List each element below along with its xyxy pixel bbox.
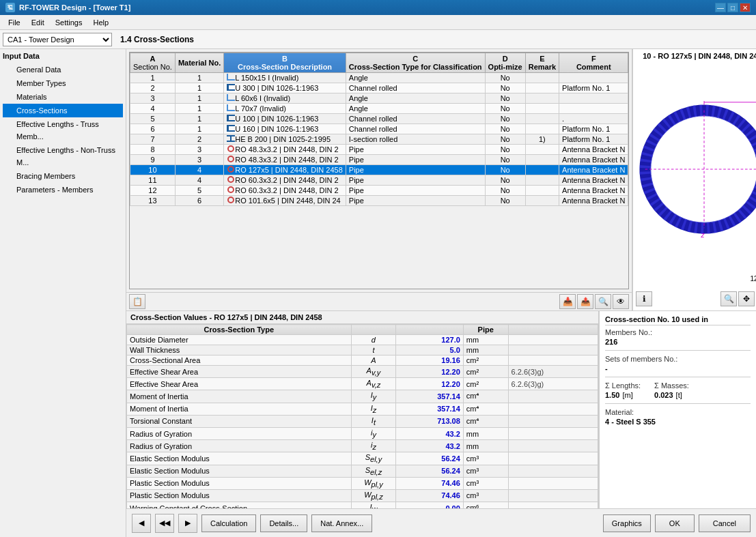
prop-name-cell: Moment of Inertia bbox=[127, 390, 352, 403]
prop-name-cell: Torsional Constant bbox=[127, 415, 352, 427]
menu-settings[interactable]: Settings bbox=[50, 17, 88, 28]
prop-name-cell: Outside Diameter bbox=[127, 335, 352, 345]
svg-point-15 bbox=[228, 146, 234, 151]
nav-first-button[interactable]: ◀◀ bbox=[155, 514, 174, 533]
cell-comment: Antenna Bracket N bbox=[559, 155, 628, 165]
col-header-e: ERemark bbox=[525, 53, 559, 73]
sidebar-item-cross-sections[interactable]: Cross-Sections bbox=[3, 104, 123, 117]
export-button[interactable]: 📤 bbox=[577, 294, 593, 309]
prop-unit-cell: cm³ bbox=[463, 489, 508, 502]
svg-marker-4 bbox=[227, 94, 235, 101]
svg-marker-0 bbox=[227, 74, 235, 81]
import-button[interactable]: 📥 bbox=[559, 294, 576, 309]
cell-desc: U 160 | DIN 1026-1:1963 bbox=[224, 124, 346, 134]
table-area: ASection No. Material No. BCross-Section… bbox=[126, 49, 632, 310]
cell-comment: Platform No. 1 bbox=[559, 83, 628, 93]
prop-symbol-cell: Iy bbox=[351, 390, 396, 403]
cell-secno: 6 bbox=[130, 124, 176, 134]
properties-panel: Cross-Section Values - RO 127x5 | DIN 24… bbox=[126, 311, 599, 508]
cell-remark bbox=[525, 104, 559, 114]
cell-optimize: No bbox=[485, 73, 525, 83]
prop-value-cell: 74.46 bbox=[396, 489, 464, 502]
menu-file[interactable]: File bbox=[3, 17, 26, 28]
view-button[interactable]: 👁 bbox=[613, 294, 629, 309]
cross-sections-table: ASection No. Material No. BCross-Section… bbox=[130, 53, 628, 206]
nav-next-button[interactable]: ▶ bbox=[178, 514, 197, 533]
prop-value-cell: 713.08 bbox=[396, 415, 464, 427]
cell-matno: 1 bbox=[175, 93, 223, 104]
table-row[interactable]: 8 3 RO 48.3x3.2 | DIN 2448, DIN 2 Pipe N… bbox=[130, 145, 628, 155]
menu-help[interactable]: Help bbox=[87, 17, 114, 28]
table-row[interactable]: 2 1 U 300 | DIN 1026-1:1963 Channel roll… bbox=[130, 83, 628, 93]
cs-pan-button[interactable]: ✥ bbox=[738, 291, 755, 306]
table-row[interactable]: 3 1 L 60x6 I (Invalid) Angle No bbox=[130, 93, 628, 104]
cell-type: Channel rolled bbox=[346, 83, 485, 93]
cell-desc: U 100 | DIN 1026-1:1963 bbox=[224, 114, 346, 124]
sums-section: Σ Lengths: 1.50 [m] Σ Masses: 0.023 [t] bbox=[605, 381, 751, 399]
cell-secno: 3 bbox=[130, 93, 176, 104]
cell-matno: 5 bbox=[175, 186, 223, 196]
cell-desc: L 70x7 (Invalid) bbox=[224, 104, 346, 114]
sidebar-item-member-types[interactable]: Member Types bbox=[3, 76, 123, 90]
info-divider-3 bbox=[605, 403, 751, 404]
filter-button[interactable]: 🔍 bbox=[595, 294, 611, 309]
info-divider-2 bbox=[605, 377, 751, 377]
svg-rect-13 bbox=[230, 136, 232, 141]
sidebar-item-eff-lengths-nontruss[interactable]: Effective Lengths - Non-Truss M... bbox=[3, 143, 123, 169]
props-row: Moment of Inertia Iy 357.14 cm⁴ bbox=[127, 390, 598, 403]
maximize-button[interactable]: □ bbox=[727, 3, 738, 12]
cell-secno: 11 bbox=[130, 175, 176, 186]
sidebar-item-eff-lengths-truss[interactable]: Effective Lengths - Truss Memb... bbox=[3, 117, 123, 143]
table-row[interactable]: 9 3 RO 48.3x3.2 | DIN 2448, DIN 2 Pipe N… bbox=[130, 155, 628, 165]
title-bar-controls[interactable]: — □ ✕ bbox=[715, 3, 751, 12]
sidebar-item-parameters[interactable]: Parameters - Members bbox=[3, 183, 123, 197]
table-container[interactable]: ASection No. Material No. BCross-Section… bbox=[129, 52, 629, 289]
table-row[interactable]: 1 1 L 150x15 I (Invalid) Angle No bbox=[130, 73, 628, 83]
masses-unit: [t] bbox=[676, 391, 682, 399]
cancel-button[interactable]: Cancel bbox=[699, 514, 751, 532]
cell-comment bbox=[559, 93, 628, 104]
close-button[interactable]: ✕ bbox=[740, 3, 751, 12]
table-row[interactable]: 13 6 RO 101.6x5 | DIN 2448, DIN 24 Pipe … bbox=[130, 196, 628, 206]
prop-value-cell: 56.24 bbox=[396, 465, 464, 477]
sets-value: - bbox=[605, 364, 751, 373]
properties-table-container[interactable]: Cross-Section TypePipe Outside Diameter … bbox=[126, 324, 598, 508]
table-row[interactable]: 11 4 RO 60.3x3.2 | DIN 2448, DIN 2 Pipe … bbox=[130, 175, 628, 186]
cs-info-button[interactable]: ℹ bbox=[636, 291, 652, 306]
table-row[interactable]: 7 2 HE B 200 | DIN 1025-2:1995 I-section… bbox=[130, 134, 628, 145]
section-icon bbox=[227, 74, 235, 82]
prop-note-cell bbox=[508, 415, 598, 427]
table-row[interactable]: 4 1 L 70x7 (Invalid) Angle No bbox=[130, 104, 628, 114]
menu-edit[interactable]: Edit bbox=[26, 17, 50, 28]
sidebar-item-materials[interactable]: Materials bbox=[3, 90, 123, 104]
table-row[interactable]: 10 4 RO 127x5 | DIN 2448, DIN 2458 Pipe … bbox=[130, 165, 628, 175]
project-select[interactable]: CA1 - Tower Design bbox=[3, 33, 112, 46]
cs-zoom-button[interactable]: 🔍 bbox=[720, 291, 737, 306]
details-button[interactable]: Details... bbox=[260, 514, 307, 532]
sidebar-item-bracing[interactable]: Bracing Members bbox=[3, 169, 123, 183]
props-header-row: Cross-Section TypePipe bbox=[127, 325, 598, 335]
prop-value-cell: 12.20 bbox=[396, 366, 464, 378]
cell-remark bbox=[525, 114, 559, 124]
minimize-button[interactable]: — bbox=[715, 3, 726, 12]
nav-prev-button[interactable]: ◀ bbox=[132, 514, 151, 533]
ok-button[interactable]: OK bbox=[655, 514, 695, 532]
bottom-bar: ◀ ◀◀ ▶ Calculation Details... Nat. Annex… bbox=[126, 508, 756, 537]
cell-matno: 4 bbox=[175, 165, 223, 175]
prop-note-cell bbox=[508, 489, 598, 502]
col-header-a: ASection No. bbox=[130, 53, 176, 73]
cell-secno: 13 bbox=[130, 196, 176, 206]
prop-symbol-cell: Wpl,z bbox=[351, 489, 396, 502]
cell-secno: 1 bbox=[130, 73, 176, 83]
nat-annex-button[interactable]: Nat. Annex... bbox=[311, 514, 372, 532]
cell-optimize: No bbox=[485, 114, 525, 124]
add-row-button[interactable]: 📋 bbox=[129, 294, 145, 309]
section-icon bbox=[227, 186, 235, 194]
table-row[interactable]: 5 1 U 100 | DIN 1026-1:1963 Channel roll… bbox=[130, 114, 628, 124]
calculation-button[interactable]: Calculation bbox=[201, 514, 256, 532]
graphics-button[interactable]: Graphics bbox=[603, 514, 651, 532]
table-row[interactable]: 6 1 U 160 | DIN 1026-1:1963 Channel roll… bbox=[130, 124, 628, 134]
sidebar-item-general[interactable]: General Data bbox=[3, 63, 123, 76]
cell-secno: 5 bbox=[130, 114, 176, 124]
table-row[interactable]: 12 5 RO 60.3x3.2 | DIN 2448, DIN 2 Pipe … bbox=[130, 186, 628, 196]
